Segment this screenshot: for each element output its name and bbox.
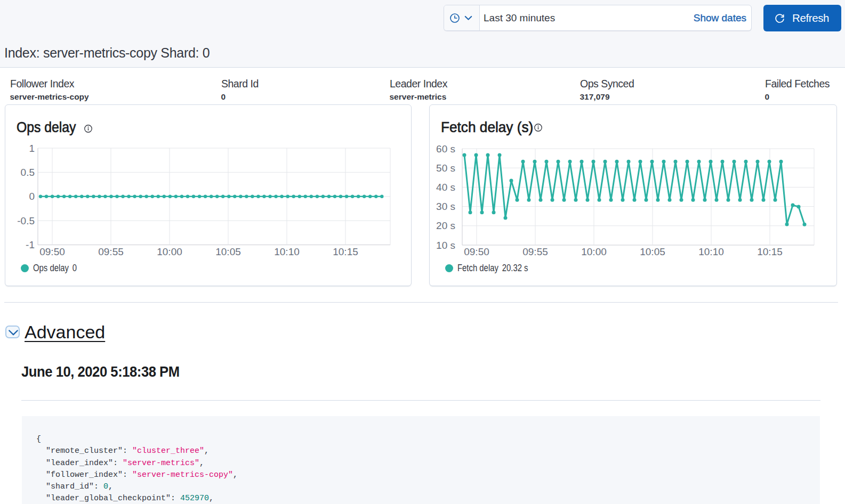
svg-text:-1: -1 [26,239,35,250]
svg-text:10:10: 10:10 [274,246,300,257]
svg-text:09:50: 09:50 [39,246,65,257]
svg-text:09:55: 09:55 [522,246,548,257]
svg-text:10:10: 10:10 [698,246,724,257]
svg-text:50 s: 50 s [436,162,455,174]
svg-text:09:50: 09:50 [464,246,489,257]
svg-text:1: 1 [29,143,35,154]
svg-text:09:55: 09:55 [98,246,124,257]
svg-text:10:15: 10:15 [757,246,783,257]
svg-text:10:05: 10:05 [640,246,665,257]
svg-text:60 s: 60 s [436,143,455,155]
svg-text:10 s: 10 s [436,240,455,251]
svg-text:-0.5: -0.5 [17,215,35,226]
svg-text:10:05: 10:05 [215,246,241,257]
svg-text:40 s: 40 s [436,182,455,193]
svg-text:10:15: 10:15 [333,246,358,257]
svg-text:10:00: 10:00 [581,246,607,257]
svg-text:20 s: 20 s [436,220,455,231]
svg-text:0.5: 0.5 [21,167,35,178]
svg-text:0: 0 [29,191,35,202]
svg-text:30 s: 30 s [436,201,455,212]
svg-text:10:00: 10:00 [157,246,182,257]
